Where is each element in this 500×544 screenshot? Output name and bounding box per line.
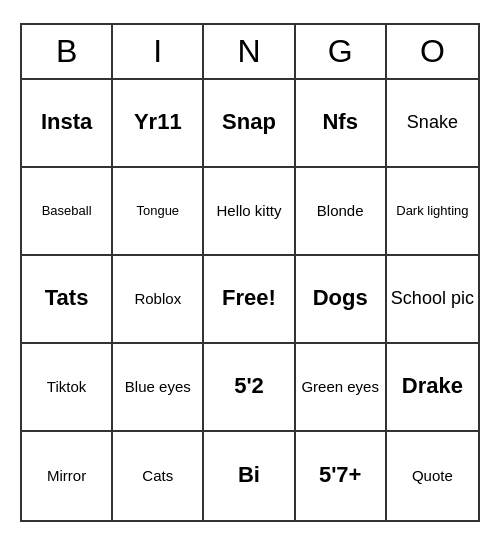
bingo-letter: I: [113, 25, 204, 78]
cell-label: Tats: [45, 285, 89, 311]
bingo-card: BINGO InstaYr11SnapNfsSnakeBaseballTongu…: [20, 23, 480, 522]
bingo-cell: Mirror: [22, 432, 113, 520]
cell-label: Insta: [41, 109, 92, 135]
bingo-cell: Roblox: [113, 256, 204, 344]
bingo-cell: Drake: [387, 344, 478, 432]
cell-label: Green eyes: [301, 378, 379, 396]
bingo-header: BINGO: [22, 25, 478, 80]
bingo-cell: Tongue: [113, 168, 204, 256]
bingo-cell: 5'2: [204, 344, 295, 432]
bingo-cell: Yr11: [113, 80, 204, 168]
bingo-cell: Blonde: [296, 168, 387, 256]
bingo-cell: Nfs: [296, 80, 387, 168]
bingo-cell: Free!: [204, 256, 295, 344]
bingo-grid: InstaYr11SnapNfsSnakeBaseballTongueHello…: [22, 80, 478, 520]
bingo-cell: Insta: [22, 80, 113, 168]
cell-label: Dark lighting: [396, 203, 468, 219]
cell-label: Roblox: [134, 290, 181, 308]
cell-label: Hello kitty: [216, 202, 281, 220]
bingo-letter: N: [204, 25, 295, 78]
cell-label: Cats: [142, 467, 173, 485]
cell-label: Dogs: [313, 285, 368, 311]
cell-label: 5'2: [234, 373, 264, 399]
cell-label: Blonde: [317, 202, 364, 220]
cell-label: Blue eyes: [125, 378, 191, 396]
bingo-cell: Hello kitty: [204, 168, 295, 256]
cell-label: Free!: [222, 285, 276, 311]
bingo-cell: School pic: [387, 256, 478, 344]
bingo-letter: B: [22, 25, 113, 78]
cell-label: Nfs: [322, 109, 357, 135]
bingo-cell: Tiktok: [22, 344, 113, 432]
cell-label: Drake: [402, 373, 463, 399]
bingo-cell: Baseball: [22, 168, 113, 256]
cell-label: School pic: [391, 288, 474, 310]
bingo-cell: Snap: [204, 80, 295, 168]
bingo-cell: Green eyes: [296, 344, 387, 432]
cell-label: Tongue: [136, 203, 179, 219]
bingo-cell: Dogs: [296, 256, 387, 344]
bingo-cell: Blue eyes: [113, 344, 204, 432]
bingo-cell: Bi: [204, 432, 295, 520]
bingo-cell: Dark lighting: [387, 168, 478, 256]
bingo-cell: Snake: [387, 80, 478, 168]
bingo-cell: 5'7+: [296, 432, 387, 520]
bingo-cell: Tats: [22, 256, 113, 344]
bingo-letter: G: [296, 25, 387, 78]
cell-label: Bi: [238, 462, 260, 488]
cell-label: Mirror: [47, 467, 86, 485]
cell-label: Baseball: [42, 203, 92, 219]
cell-label: Snap: [222, 109, 276, 135]
bingo-letter: O: [387, 25, 478, 78]
cell-label: Quote: [412, 467, 453, 485]
cell-label: Yr11: [134, 109, 182, 135]
cell-label: 5'7+: [319, 462, 362, 488]
cell-label: Snake: [407, 112, 458, 134]
bingo-cell: Cats: [113, 432, 204, 520]
cell-label: Tiktok: [47, 378, 86, 396]
bingo-cell: Quote: [387, 432, 478, 520]
